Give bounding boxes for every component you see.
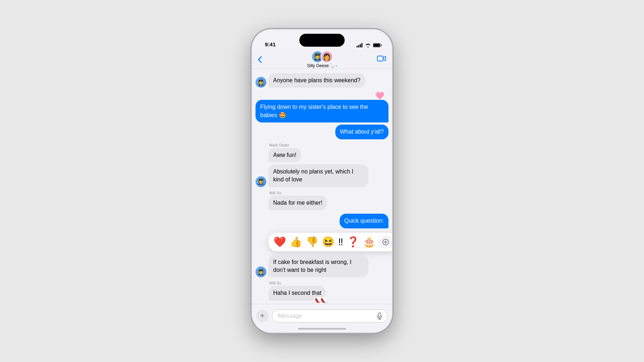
group-name[interactable]: Silly Geese 🪿 ›: [307, 63, 337, 68]
message-bubble-sent-2: What about y'all?: [335, 125, 388, 139]
avatar: 🧑‍✈️: [256, 77, 266, 88]
tapback-cake[interactable]: 🎂: [363, 236, 376, 248]
svg-rect-6: [377, 56, 383, 61]
status-icons: [356, 43, 382, 47]
message-bubble-nada: Nada for me either!: [268, 196, 327, 210]
wifi-icon: [365, 43, 371, 47]
message-content-cake: If cake for breakfast is wrong, I don't …: [268, 255, 368, 278]
home-indicator: [298, 328, 346, 330]
haha-reaction: 👠👠: [313, 297, 327, 304]
avatar-cake: 🧑‍✈️: [256, 266, 266, 277]
message-row-cake: 🧑‍✈️ If cake for breakfast is wrong, I d…: [256, 255, 388, 278]
tapback-thumbs-up[interactable]: 👍: [290, 236, 302, 248]
dynamic-island: [299, 34, 345, 47]
tapback-exclamation[interactable]: ‼️: [338, 236, 343, 248]
svg-rect-1: [358, 45, 359, 48]
message-bubble-sent: Flying down to my sister's place to see …: [256, 100, 388, 122]
avatar-2: 👩: [321, 51, 333, 63]
battery-icon: [373, 43, 382, 47]
tapback-bar[interactable]: ❤️ 👍 👎 😆 ‼️ ❓ 🎂: [268, 233, 392, 251]
message-row-mark: Mark Disler Aww fun!: [256, 143, 388, 162]
message-content-haha: Will Xu Haha I second that 👠👠: [268, 281, 326, 300]
svg-rect-8: [378, 313, 381, 317]
nav-center[interactable]: 🧑‍✈️ 👩 Silly Geese 🪿 ›: [307, 51, 337, 68]
nav-bar: 🧑‍✈️ 👩 Silly Geese 🪿 ›: [252, 50, 392, 69]
message-row-haha: Will Xu Haha I second that 👠👠: [256, 281, 388, 300]
tapback-thumbs-down[interactable]: 👎: [306, 236, 318, 248]
group-name-text: Silly Geese: [307, 63, 329, 68]
sender-name: Mark Disler: [269, 143, 301, 147]
sender-will-2: Will Xu: [269, 281, 326, 285]
messages-area[interactable]: 🧑‍✈️ Anyone have plans this weekend? 🩷 F…: [252, 69, 392, 304]
tapback-add-button[interactable]: [379, 236, 392, 249]
group-chevron: ›: [336, 64, 337, 68]
message-row-nada: Will Xu Nada for me either!: [256, 191, 388, 210]
message-bubble-quick: Quick question:: [340, 214, 388, 228]
tapback-haha[interactable]: 😆: [322, 236, 335, 248]
video-call-button[interactable]: [377, 55, 386, 64]
status-time: 9:41: [265, 41, 276, 47]
message-input[interactable]: iMessage: [272, 310, 388, 322]
heart-reaction: 🩷: [375, 91, 384, 100]
group-name-emoji: 🪿: [330, 63, 335, 68]
svg-rect-3: [362, 43, 363, 47]
message-row-sent-2: What about y'all?: [256, 125, 388, 139]
signal-icon: [356, 43, 363, 47]
message-content-plans: Absolutely no plans yet, which I kind of…: [268, 164, 368, 187]
sender-will: Will Xu: [269, 191, 327, 195]
message-row-quick: Quick question:: [256, 214, 388, 228]
message-bubble-mark: Aww fun!: [268, 148, 301, 162]
tapback-heart[interactable]: ❤️: [273, 236, 286, 248]
nav-avatars: 🧑‍✈️ 👩: [311, 51, 333, 63]
tapback-question[interactable]: ❓: [347, 236, 359, 248]
back-button[interactable]: [258, 56, 262, 63]
message-bubble-cake: If cake for breakfast is wrong, I don't …: [268, 255, 368, 278]
svg-rect-2: [360, 44, 361, 47]
sent-group: 🩷 Flying down to my sister's place to se…: [256, 91, 388, 122]
message-row: 🧑‍✈️ Anyone have plans this weekend?: [256, 73, 388, 88]
message-row-plans: 🧑‍✈️ Absolutely no plans yet, which I ki…: [256, 164, 388, 187]
avatar-plans: 🧑‍✈️: [256, 176, 266, 187]
message-bubble-haha: Haha I second that 👠👠: [268, 286, 326, 300]
message-placeholder: iMessage: [277, 313, 302, 319]
phone-frame: 9:41: [252, 29, 392, 333]
message-row-sent: 🩷 Flying down to my sister's place to se…: [256, 91, 388, 122]
message-content-mark: Mark Disler Aww fun!: [268, 143, 301, 162]
message-content-nada: Will Xu Nada for me either!: [268, 191, 327, 210]
message-content: Anyone have plans this weekend?: [268, 73, 365, 88]
svg-rect-5: [373, 44, 380, 47]
message-bubble: Anyone have plans this weekend?: [268, 73, 365, 88]
attachment-button[interactable]: +: [256, 310, 268, 322]
svg-rect-0: [356, 46, 358, 47]
mic-icon[interactable]: [377, 312, 382, 320]
message-bubble-plans: Absolutely no plans yet, which I kind of…: [268, 164, 368, 187]
